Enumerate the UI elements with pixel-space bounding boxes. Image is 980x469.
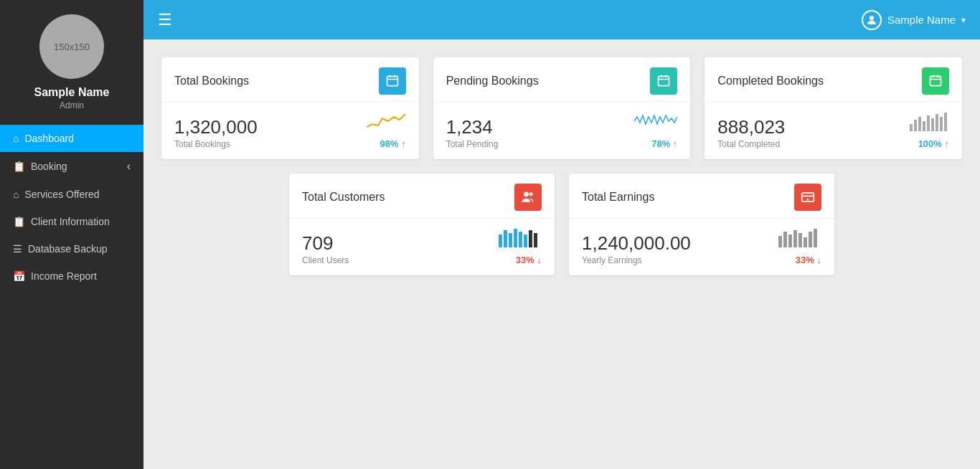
svg-rect-14 [914,120,917,131]
total-bookings-percent: 98% ↑ [367,138,406,149]
total-customers-label: Client Users [302,255,349,265]
svg-point-23 [529,192,533,196]
svg-rect-20 [940,117,943,131]
topbar-user-info[interactable]: Sample Name ▾ [862,10,966,30]
completed-bookings-header: Completed Bookings [705,57,962,103]
sidebar-item-booking[interactable]: 📋 Booking [0,152,143,181]
svg-point-22 [524,192,529,197]
total-bookings-chart [367,111,406,136]
completed-bookings-card: Completed Bookings 888,023 Total Comple [705,57,962,159]
sidebar-item-client-information[interactable]: 📋 Client Information [0,208,143,235]
booking-icon: 📋 [13,161,25,172]
stats-row-2: Total Customers 709 Client Users [161,174,962,275]
svg-rect-28 [519,232,522,247]
svg-rect-26 [509,233,512,247]
total-bookings-icon [379,67,406,95]
sidebar-item-dashboard[interactable]: ⌂ Dashboard [0,125,143,152]
total-customers-body: 709 Client Users [289,219,555,275]
total-earnings-body: 1,240,000.00 Yearly Earnings [569,219,834,275]
completed-svg-icon [928,74,943,88]
completed-bookings-label: Total Completed [717,139,785,149]
database-icon: ☰ [13,243,22,255]
pending-bookings-title: Pending Bookings [446,75,539,87]
svg-point-34 [807,199,809,201]
svg-rect-5 [659,76,669,85]
bookings-svg-icon [385,74,400,88]
bar-chart-svg [910,111,949,131]
total-earnings-right: 33% ↓ [778,227,821,265]
total-earnings-percent: 33% ↓ [778,255,821,265]
svg-rect-31 [534,233,537,247]
line-chart-svg [367,111,406,131]
total-customers-icon [514,184,542,211]
svg-rect-40 [804,237,807,247]
main-area: ☰ Sample Name ▾ Total Bookings [143,0,980,469]
total-customers-right: 33% ↓ [499,227,542,265]
total-bookings-label: Total Bookings [174,139,258,149]
svg-rect-1 [387,76,397,85]
svg-rect-24 [499,234,502,247]
svg-point-0 [870,16,874,20]
svg-rect-17 [927,115,930,131]
earnings-chart-svg [778,227,821,247]
total-customers-left: 709 Client Users [302,234,349,265]
user-svg-icon [865,14,878,27]
stats-row-1: Total Bookings 1,320,000 Total Bookings [161,57,962,159]
pending-bookings-body: 1,234 Total Pending 78% ↑ [433,103,691,159]
completed-bookings-chart [910,111,949,136]
hamburger-button[interactable]: ☰ [158,11,172,29]
pending-bookings-icon [650,67,677,95]
svg-rect-41 [809,232,812,247]
content-area: Total Bookings 1,320,000 Total Bookings [143,39,980,469]
total-earnings-left: 1,240,000.00 Yearly Earnings [582,234,691,265]
customers-chart-svg [499,227,542,247]
customers-svg-icon [521,190,535,204]
pending-svg-icon [656,74,671,88]
svg-rect-21 [944,113,947,131]
total-earnings-header: Total Earnings [569,174,834,219]
total-earnings-title: Total Earnings [582,191,654,204]
svg-rect-38 [793,230,797,247]
total-customers-header: Total Customers [289,174,555,219]
svg-rect-30 [529,230,532,247]
topbar-user-icon [862,10,882,30]
pending-bookings-chart [634,111,677,136]
pending-bookings-header: Pending Bookings [433,57,691,103]
sidebar-item-services-offered[interactable]: ⌂ Services Offered [0,181,143,208]
total-customers-number: 709 [302,234,349,252]
svg-rect-25 [504,230,507,247]
completed-bookings-left: 888,023 Total Completed [717,118,785,149]
total-earnings-label: Yearly Earnings [582,255,691,265]
nav-list: ⌂ Dashboard 📋 Booking ⌂ Services Offered… [0,125,143,290]
svg-rect-15 [918,117,921,131]
svg-rect-39 [798,233,802,247]
sidebar: 150x150 Sample Name Admin ⌂ Dashboard 📋 … [0,0,143,469]
svg-rect-27 [514,229,517,247]
completed-bookings-right: 100% ↑ [910,111,949,149]
svg-rect-35 [778,236,782,247]
sidebar-user-name: Sample Name [34,86,110,99]
pending-bookings-right: 78% ↑ [634,111,677,149]
dropdown-icon[interactable]: ▾ [961,15,966,25]
total-bookings-right: 98% ↑ [367,111,406,149]
topbar-user-name: Sample Name [887,14,956,26]
sidebar-item-income-report[interactable]: 📅 Income Report [0,262,143,290]
total-bookings-card: Total Bookings 1,320,000 Total Bookings [161,57,419,159]
svg-rect-42 [814,229,817,247]
svg-rect-36 [783,232,787,247]
total-bookings-number: 1,320,000 [174,118,258,136]
pending-bookings-label: Total Pending [446,139,499,149]
sidebar-item-database-backup[interactable]: ☰ Database Backup [0,235,143,262]
pending-bookings-number: 1,234 [446,118,499,136]
client-icon: 📋 [13,216,25,227]
total-customers-card: Total Customers 709 Client Users [289,174,555,275]
completed-bookings-icon [922,67,949,95]
completed-bookings-number: 888,023 [717,118,785,136]
pending-bookings-left: 1,234 Total Pending [446,118,499,149]
services-icon: ⌂ [13,189,19,200]
total-earnings-icon [794,184,821,211]
total-bookings-body: 1,320,000 Total Bookings 98% ↑ [161,103,419,159]
report-icon: 📅 [13,270,25,282]
completed-bookings-body: 888,023 Total Completed [705,103,962,159]
total-earnings-number: 1,240,000.00 [582,234,691,252]
